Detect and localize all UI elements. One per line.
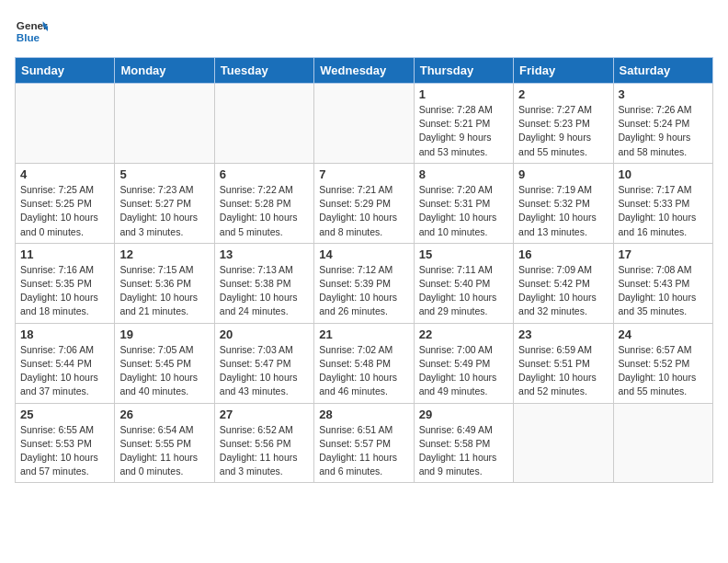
day-info: Sunrise: 7:27 AM Sunset: 5:23 PM Dayligh… (518, 103, 608, 159)
calendar-cell (314, 84, 414, 164)
day-info: Sunrise: 7:12 AM Sunset: 5:39 PM Dayligh… (319, 263, 408, 319)
day-number: 11 (20, 247, 109, 261)
calendar-cell: 10Sunrise: 7:17 AM Sunset: 5:33 PM Dayli… (613, 163, 712, 243)
day-number: 16 (518, 247, 608, 261)
calendar-cell: 26Sunrise: 6:54 AM Sunset: 5:55 PM Dayli… (115, 403, 214, 483)
day-info: Sunrise: 7:00 AM Sunset: 5:49 PM Dayligh… (419, 343, 508, 399)
calendar-cell: 19Sunrise: 7:05 AM Sunset: 5:45 PM Dayli… (115, 323, 214, 403)
day-number: 4 (20, 167, 109, 181)
day-info: Sunrise: 7:22 AM Sunset: 5:28 PM Dayligh… (220, 183, 309, 239)
day-info: Sunrise: 7:02 AM Sunset: 5:48 PM Dayligh… (319, 343, 408, 399)
calendar-cell: 4Sunrise: 7:25 AM Sunset: 5:25 PM Daylig… (16, 163, 115, 243)
day-header-sunday: Sunday (16, 58, 115, 84)
day-header-tuesday: Tuesday (214, 58, 313, 84)
calendar-week-row: 25Sunrise: 6:55 AM Sunset: 5:53 PM Dayli… (16, 403, 713, 483)
day-info: Sunrise: 6:57 AM Sunset: 5:52 PM Dayligh… (619, 343, 708, 399)
calendar-cell: 24Sunrise: 6:57 AM Sunset: 5:52 PM Dayli… (613, 323, 712, 403)
calendar-table: SundayMondayTuesdayWednesdayThursdayFrid… (15, 57, 713, 483)
day-number: 22 (419, 327, 508, 341)
logo-icon: General Blue (15, 15, 48, 48)
day-header-saturday: Saturday (613, 58, 712, 84)
day-number: 20 (220, 327, 309, 341)
day-info: Sunrise: 7:16 AM Sunset: 5:35 PM Dayligh… (20, 263, 109, 319)
calendar-cell: 18Sunrise: 7:06 AM Sunset: 5:44 PM Dayli… (16, 323, 115, 403)
calendar-cell: 12Sunrise: 7:15 AM Sunset: 5:36 PM Dayli… (115, 243, 214, 323)
calendar-cell: 9Sunrise: 7:19 AM Sunset: 5:32 PM Daylig… (514, 163, 613, 243)
calendar-cell: 5Sunrise: 7:23 AM Sunset: 5:27 PM Daylig… (115, 163, 214, 243)
calendar-week-row: 11Sunrise: 7:16 AM Sunset: 5:35 PM Dayli… (16, 243, 713, 323)
day-number: 8 (419, 167, 508, 181)
page-header: General Blue (15, 15, 713, 48)
calendar-cell: 16Sunrise: 7:09 AM Sunset: 5:42 PM Dayli… (514, 243, 613, 323)
calendar-cell: 25Sunrise: 6:55 AM Sunset: 5:53 PM Dayli… (16, 403, 115, 483)
calendar-cell: 1Sunrise: 7:28 AM Sunset: 5:21 PM Daylig… (414, 84, 513, 164)
day-number: 26 (119, 408, 209, 421)
day-info: Sunrise: 6:51 AM Sunset: 5:57 PM Dayligh… (319, 423, 408, 479)
calendar-cell: 22Sunrise: 7:00 AM Sunset: 5:49 PM Dayli… (414, 323, 513, 403)
day-number: 14 (319, 247, 408, 261)
calendar-week-row: 4Sunrise: 7:25 AM Sunset: 5:25 PM Daylig… (16, 163, 713, 243)
calendar-cell: 14Sunrise: 7:12 AM Sunset: 5:39 PM Dayli… (314, 243, 414, 323)
day-number: 25 (20, 408, 109, 421)
calendar-cell: 6Sunrise: 7:22 AM Sunset: 5:28 PM Daylig… (214, 163, 313, 243)
day-info: Sunrise: 7:23 AM Sunset: 5:27 PM Dayligh… (119, 183, 209, 239)
calendar-cell: 20Sunrise: 7:03 AM Sunset: 5:47 PM Dayli… (214, 323, 313, 403)
day-info: Sunrise: 7:03 AM Sunset: 5:47 PM Dayligh… (220, 343, 309, 399)
calendar-cell: 2Sunrise: 7:27 AM Sunset: 5:23 PM Daylig… (514, 84, 613, 164)
day-info: Sunrise: 7:25 AM Sunset: 5:25 PM Dayligh… (20, 183, 109, 239)
day-number: 23 (518, 327, 608, 341)
day-number: 29 (419, 408, 508, 421)
day-info: Sunrise: 7:21 AM Sunset: 5:29 PM Dayligh… (319, 183, 408, 239)
logo: General Blue (15, 15, 48, 48)
day-info: Sunrise: 7:15 AM Sunset: 5:36 PM Dayligh… (119, 263, 209, 319)
calendar-cell: 13Sunrise: 7:13 AM Sunset: 5:38 PM Dayli… (214, 243, 313, 323)
day-number: 2 (518, 87, 608, 101)
day-header-friday: Friday (514, 58, 613, 84)
day-number: 17 (619, 247, 708, 261)
calendar-cell (613, 403, 712, 483)
day-info: Sunrise: 7:19 AM Sunset: 5:32 PM Dayligh… (518, 183, 608, 239)
calendar-cell: 7Sunrise: 7:21 AM Sunset: 5:29 PM Daylig… (314, 163, 414, 243)
calendar-cell: 29Sunrise: 6:49 AM Sunset: 5:58 PM Dayli… (414, 403, 513, 483)
calendar-cell: 21Sunrise: 7:02 AM Sunset: 5:48 PM Dayli… (314, 323, 414, 403)
calendar-header-row: SundayMondayTuesdayWednesdayThursdayFrid… (16, 58, 713, 84)
day-info: Sunrise: 6:55 AM Sunset: 5:53 PM Dayligh… (20, 423, 109, 479)
day-number: 3 (619, 87, 708, 101)
day-number: 18 (20, 327, 109, 341)
day-info: Sunrise: 6:49 AM Sunset: 5:58 PM Dayligh… (419, 423, 508, 479)
day-number: 27 (220, 408, 309, 421)
day-info: Sunrise: 6:54 AM Sunset: 5:55 PM Dayligh… (119, 423, 209, 479)
day-number: 15 (419, 247, 508, 261)
calendar-cell: 8Sunrise: 7:20 AM Sunset: 5:31 PM Daylig… (414, 163, 513, 243)
calendar-cell (514, 403, 613, 483)
day-number: 5 (119, 167, 209, 181)
day-info: Sunrise: 7:06 AM Sunset: 5:44 PM Dayligh… (20, 343, 109, 399)
day-info: Sunrise: 7:13 AM Sunset: 5:38 PM Dayligh… (220, 263, 309, 319)
day-info: Sunrise: 7:09 AM Sunset: 5:42 PM Dayligh… (518, 263, 608, 319)
calendar-cell: 23Sunrise: 6:59 AM Sunset: 5:51 PM Dayli… (514, 323, 613, 403)
day-number: 13 (220, 247, 309, 261)
day-info: Sunrise: 7:28 AM Sunset: 5:21 PM Dayligh… (419, 103, 508, 159)
calendar-cell: 3Sunrise: 7:26 AM Sunset: 5:24 PM Daylig… (613, 84, 712, 164)
day-number: 7 (319, 167, 408, 181)
calendar-cell: 27Sunrise: 6:52 AM Sunset: 5:56 PM Dayli… (214, 403, 313, 483)
calendar-cell (115, 84, 214, 164)
calendar-week-row: 18Sunrise: 7:06 AM Sunset: 5:44 PM Dayli… (16, 323, 713, 403)
day-info: Sunrise: 6:52 AM Sunset: 5:56 PM Dayligh… (220, 423, 309, 479)
day-number: 9 (518, 167, 608, 181)
day-info: Sunrise: 7:20 AM Sunset: 5:31 PM Dayligh… (419, 183, 508, 239)
day-number: 12 (119, 247, 209, 261)
day-header-thursday: Thursday (414, 58, 513, 84)
day-number: 28 (319, 408, 408, 421)
calendar-cell: 11Sunrise: 7:16 AM Sunset: 5:35 PM Dayli… (16, 243, 115, 323)
calendar-cell: 28Sunrise: 6:51 AM Sunset: 5:57 PM Dayli… (314, 403, 414, 483)
calendar-cell: 15Sunrise: 7:11 AM Sunset: 5:40 PM Dayli… (414, 243, 513, 323)
day-number: 1 (419, 87, 508, 101)
day-info: Sunrise: 7:17 AM Sunset: 5:33 PM Dayligh… (619, 183, 708, 239)
day-info: Sunrise: 7:26 AM Sunset: 5:24 PM Dayligh… (619, 103, 708, 159)
day-info: Sunrise: 7:08 AM Sunset: 5:43 PM Dayligh… (619, 263, 708, 319)
day-info: Sunrise: 7:05 AM Sunset: 5:45 PM Dayligh… (119, 343, 209, 399)
calendar-cell (16, 84, 115, 164)
day-header-monday: Monday (115, 58, 214, 84)
day-number: 10 (619, 167, 708, 181)
